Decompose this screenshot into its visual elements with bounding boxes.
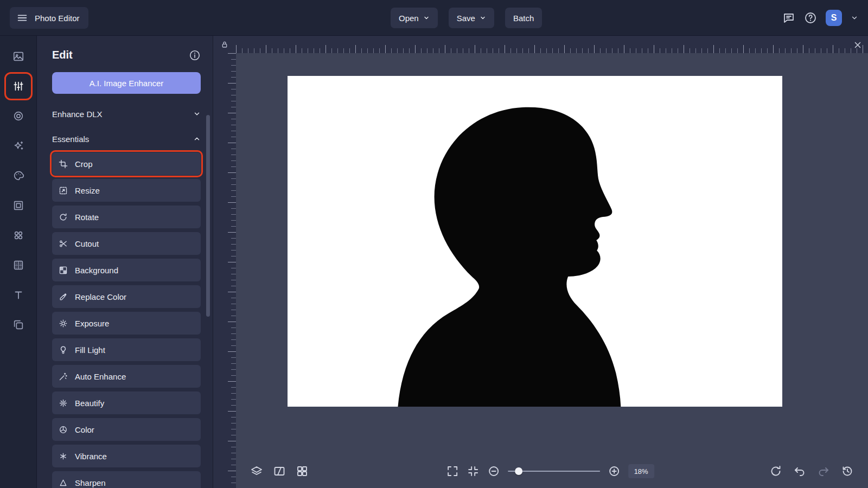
batch-button[interactable]: Batch: [505, 8, 542, 28]
grid-view-icon[interactable]: [296, 465, 309, 478]
tool-beautify[interactable]: Beautify: [52, 391, 201, 414]
tool-label: Beautify: [75, 399, 104, 408]
workspace: 18%: [213, 36, 868, 488]
layers-icon[interactable]: [250, 465, 263, 478]
iris-icon[interactable]: [7, 104, 30, 128]
section-essentials-label: Essentials: [52, 134, 89, 144]
feedback-chat-icon[interactable]: [782, 11, 795, 24]
zoom-controls: 18%: [446, 464, 654, 478]
frame-icon[interactable]: [7, 194, 30, 217]
crop-icon: [59, 159, 68, 169]
topbar-right: S: [782, 0, 858, 36]
panel-title: Edit: [52, 49, 73, 61]
ai-image-enhancer-button[interactable]: A.I. Image Enhancer: [52, 72, 201, 94]
layers-copy-icon[interactable]: [7, 313, 30, 337]
essentials-tool-list: Crop Resize Rotate Cutout Background Rep: [52, 152, 201, 488]
help-icon[interactable]: [804, 11, 817, 24]
tool-label: Resize: [75, 186, 100, 195]
tool-label: Cutout: [75, 239, 99, 248]
chevron-down-icon: [193, 110, 201, 118]
magic-wand-icon: [59, 372, 68, 381]
tool-label: Auto Enhance: [75, 372, 126, 381]
tool-rail: [0, 36, 37, 488]
history-controls: [769, 465, 854, 478]
avatar[interactable]: S: [826, 10, 842, 26]
sun-icon: [59, 319, 68, 328]
undo-icon[interactable]: [793, 465, 806, 478]
lightbulb-icon: [59, 345, 68, 355]
chevron-up-icon: [193, 135, 201, 143]
topbar: Photo Editor Open Save Batch S: [0, 0, 868, 36]
adjust-sliders-icon[interactable]: [7, 74, 30, 98]
silhouette-portrait: [288, 76, 782, 407]
ruler-lock[interactable]: [213, 36, 236, 53]
open-button-label: Open: [399, 14, 419, 23]
palette-icon[interactable]: [7, 164, 30, 188]
fit-to-screen-icon[interactable]: [467, 465, 480, 478]
texture-icon[interactable]: [7, 253, 30, 277]
color-wheel-icon: [59, 425, 68, 434]
canvas-image[interactable]: [288, 76, 782, 407]
fullscreen-icon[interactable]: [446, 465, 459, 478]
tool-crop[interactable]: Crop: [52, 152, 201, 175]
tool-vibrance[interactable]: Vibrance: [52, 445, 201, 467]
reset-icon[interactable]: [769, 465, 782, 478]
redo-icon[interactable]: [817, 465, 830, 478]
chevron-down-icon: [480, 15, 486, 21]
tool-fill-light[interactable]: Fill Light: [52, 338, 201, 361]
batch-button-label: Batch: [513, 14, 534, 23]
tool-sharpen[interactable]: Sharpen: [52, 471, 201, 488]
checkerboard-icon: [59, 266, 68, 275]
save-button[interactable]: Save: [449, 8, 494, 28]
scissors-icon: [59, 239, 68, 248]
tool-label: Fill Light: [75, 345, 105, 355]
tool-label: Vibrance: [75, 452, 107, 461]
horizontal-ruler: [236, 36, 868, 53]
info-icon[interactable]: [189, 49, 201, 61]
app-title: Photo Editor: [35, 14, 80, 23]
tool-auto-enhance[interactable]: Auto Enhance: [52, 365, 201, 388]
tool-color[interactable]: Color: [52, 418, 201, 441]
chevron-down-icon: [423, 15, 430, 21]
save-button-label: Save: [457, 14, 475, 23]
hamburger-menu-icon[interactable]: [16, 12, 28, 24]
tool-label: Crop: [75, 159, 93, 169]
shapes-icon[interactable]: [7, 223, 30, 247]
tool-rotate[interactable]: Rotate: [52, 206, 201, 228]
tool-label: Sharpen: [75, 478, 106, 487]
sparkle-icon[interactable]: [7, 134, 30, 158]
tool-replace-color[interactable]: Replace Color: [52, 285, 201, 308]
section-enhance-dlx-label: Enhance DLX: [52, 110, 103, 119]
section-enhance-dlx[interactable]: Enhance DLX: [52, 101, 201, 126]
tool-label: Exposure: [75, 319, 109, 328]
tool-label: Background: [75, 266, 118, 275]
zoom-out-icon[interactable]: [487, 465, 500, 478]
triangle-icon: [59, 478, 68, 487]
text-icon[interactable]: [7, 283, 30, 307]
zoom-in-icon[interactable]: [608, 465, 621, 478]
zoom-level-value[interactable]: 18%: [628, 464, 654, 478]
tool-exposure[interactable]: Exposure: [52, 312, 201, 335]
zoom-slider[interactable]: [508, 467, 600, 476]
history-icon[interactable]: [841, 465, 854, 478]
close-rulers-icon[interactable]: [851, 38, 865, 52]
tool-resize[interactable]: Resize: [52, 179, 201, 202]
view-mode-group: [250, 465, 309, 478]
open-button[interactable]: Open: [391, 8, 438, 28]
topbar-actions: Open Save Batch: [391, 0, 542, 36]
app-menu-chip[interactable]: Photo Editor: [10, 7, 88, 29]
flower-icon: [59, 399, 68, 408]
canvas-bottom-toolbar: 18%: [236, 454, 868, 488]
account-chevron-down-icon[interactable]: [851, 14, 858, 22]
photo-icon[interactable]: [7, 44, 30, 68]
tool-label: Color: [75, 425, 94, 434]
eyedropper-icon: [59, 292, 68, 301]
tool-background[interactable]: Background: [52, 259, 201, 281]
zoom-slider-knob[interactable]: [515, 467, 522, 475]
starburst-icon: [59, 452, 68, 461]
tool-cutout[interactable]: Cutout: [52, 232, 201, 255]
section-essentials[interactable]: Essentials: [52, 126, 201, 151]
before-after-icon[interactable]: [273, 465, 286, 478]
resize-icon: [59, 186, 68, 195]
panel-scrollbar[interactable]: [206, 115, 210, 317]
